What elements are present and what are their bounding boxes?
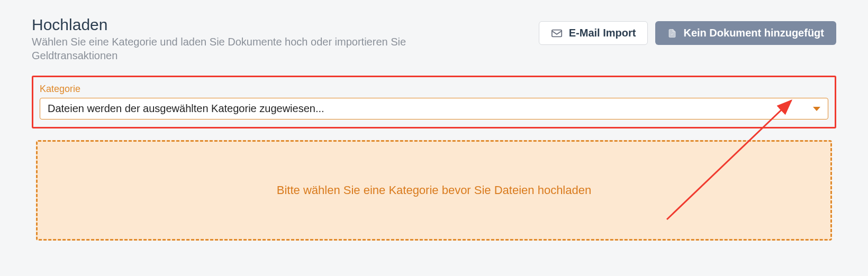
dropzone-message: Bitte wählen Sie eine Kategorie bevor Si… (277, 183, 591, 197)
header-row: Hochladen Wählen Sie eine Kategorie und … (32, 16, 836, 62)
email-import-button[interactable]: E-Mail Import (539, 21, 648, 45)
category-select[interactable]: Dateien werden der ausgewählten Kategori… (40, 98, 828, 119)
caret-down-icon (813, 107, 820, 111)
file-dropzone[interactable]: Bitte wählen Sie eine Kategorie bevor Si… (36, 140, 832, 241)
header-buttons: E-Mail Import Kein Dokument hinzugefügt (539, 16, 836, 45)
document-check-icon (667, 27, 677, 39)
category-section-highlight: Kategorie Dateien werden der ausgewählte… (32, 76, 836, 128)
no-document-label: Kein Dokument hinzugefügt (683, 27, 824, 39)
category-placeholder: Dateien werden der ausgewählten Kategori… (48, 103, 324, 115)
no-document-button: Kein Dokument hinzugefügt (655, 21, 836, 45)
page-title: Hochladen (32, 16, 528, 34)
email-import-label: E-Mail Import (569, 27, 636, 39)
page-subtitle: Wählen Sie eine Kategorie und laden Sie … (32, 35, 455, 62)
category-label: Kategorie (40, 84, 828, 95)
header-text: Hochladen Wählen Sie eine Kategorie und … (32, 16, 539, 62)
svg-rect-0 (552, 30, 562, 36)
envelope-icon (551, 27, 563, 39)
